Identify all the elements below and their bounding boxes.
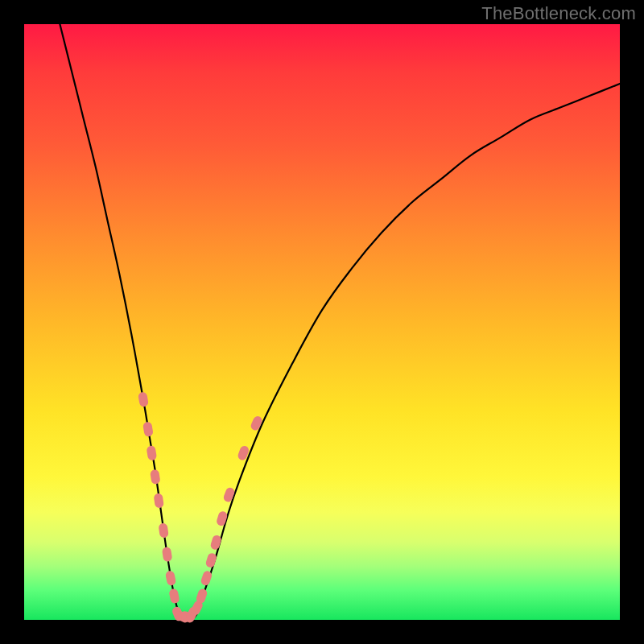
data-marker — [165, 570, 176, 586]
data-marker — [150, 469, 161, 485]
data-marker — [250, 415, 263, 431]
data-marker — [222, 486, 236, 503]
data-marker — [146, 445, 157, 461]
data-markers — [138, 391, 263, 624]
curve-line — [60, 24, 620, 621]
chart-frame: TheBottleneck.com — [0, 0, 644, 644]
data-marker — [158, 522, 168, 538]
data-marker — [216, 510, 229, 526]
plot-area — [24, 24, 620, 620]
data-marker — [168, 588, 180, 604]
curve-path — [60, 24, 620, 621]
data-marker — [162, 547, 173, 562]
watermark-text: TheBottleneck.com — [481, 3, 636, 24]
chart-svg — [24, 24, 620, 620]
data-marker — [142, 421, 154, 437]
data-marker — [154, 493, 164, 508]
data-marker — [138, 391, 149, 407]
data-marker — [209, 535, 222, 551]
